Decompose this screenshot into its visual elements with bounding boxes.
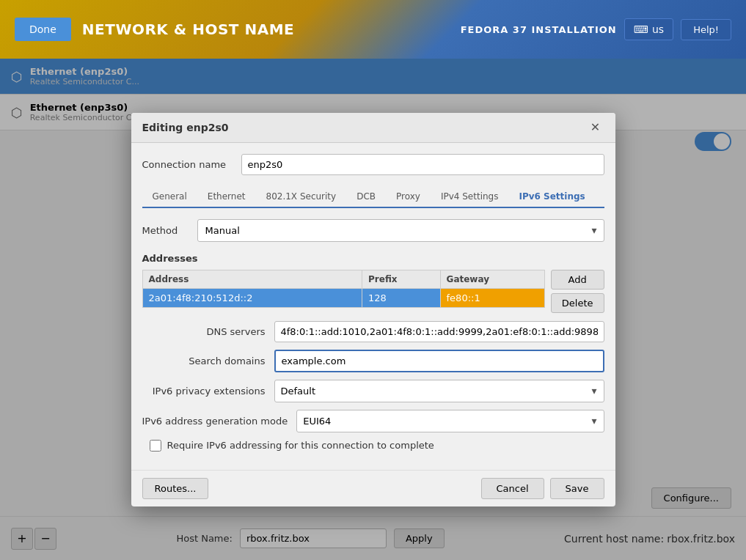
addresses-title: Addresses: [142, 253, 604, 264]
header-right: FEDORA 37 INSTALLATION ⌨ us Help!: [461, 18, 731, 40]
tab-bar: General Ethernet 802.1X Security DCB Pro…: [142, 186, 604, 208]
addr-gen-label: IPv6 address generation mode: [142, 416, 297, 427]
tab-dcb[interactable]: DCB: [346, 186, 386, 208]
table-row[interactable]: 2a01:4f8:210:512d::2 128 fe80::1: [142, 288, 544, 307]
ipv6-privacy-field: IPv6 privacy extensions Default Enabled …: [142, 380, 604, 402]
col-prefix: Prefix: [362, 270, 440, 288]
col-gateway: Gateway: [440, 270, 544, 288]
delete-address-button[interactable]: Delete: [551, 293, 604, 313]
modal-body: Connection name General Ethernet 802.1X …: [131, 143, 615, 470]
modal-title: Editing enp2s0: [142, 122, 229, 133]
connection-name-input[interactable]: [241, 154, 604, 175]
method-select[interactable]: Manual Automatic Link-Local Only Shared …: [197, 219, 604, 242]
cell-gateway: fe80::1: [440, 288, 544, 307]
done-button[interactable]: Done: [15, 18, 71, 41]
ipv6-privacy-select[interactable]: Default Enabled Enabled (prefer public) …: [274, 380, 604, 402]
cancel-button[interactable]: Cancel: [481, 478, 544, 499]
search-domains-field: Search domains: [142, 350, 604, 372]
tab-802-1x[interactable]: 802.1X Security: [256, 186, 347, 208]
addresses-row: Address Prefix Gateway 2a01:4f8:210:512d…: [142, 270, 604, 314]
save-button[interactable]: Save: [550, 478, 604, 499]
tab-proxy[interactable]: Proxy: [386, 186, 431, 208]
ipv6-privacy-select-wrapper: Default Enabled Enabled (prefer public) …: [274, 380, 604, 402]
method-label: Method: [142, 225, 186, 236]
addr-gen-field: IPv6 address generation mode EUI64 Stabl…: [142, 410, 604, 432]
help-button[interactable]: Help!: [681, 19, 731, 40]
routes-button[interactable]: Routes...: [142, 478, 209, 499]
require-ipv6-row: Require IPv6 addressing for this connect…: [142, 440, 604, 452]
tab-ethernet[interactable]: Ethernet: [197, 186, 256, 208]
add-address-button[interactable]: Add: [551, 270, 604, 290]
connection-name-row: Connection name: [142, 154, 604, 175]
require-ipv6-checkbox[interactable]: [150, 440, 161, 452]
page-title: NETWORK & HOST NAME: [82, 21, 294, 38]
col-address: Address: [142, 270, 362, 288]
search-domains-label: Search domains: [142, 355, 274, 366]
cell-address: 2a01:4f8:210:512d::2: [142, 288, 362, 307]
keyboard-lang-label: us: [652, 23, 664, 35]
dns-input[interactable]: [274, 321, 604, 342]
tab-ipv6[interactable]: IPv6 Settings: [508, 186, 595, 208]
fedora-install-label: FEDORA 37 INSTALLATION: [461, 24, 617, 35]
search-domains-input[interactable]: [274, 350, 604, 372]
ipv6-privacy-label: IPv6 privacy extensions: [142, 386, 274, 397]
modal-footer: Routes... Cancel Save: [131, 470, 615, 506]
header: Done NETWORK & HOST NAME FEDORA 37 INSTA…: [0, 0, 746, 59]
modal-close-button[interactable]: ✕: [587, 119, 604, 136]
modal-overlay: Editing enp2s0 ✕ Connection name General…: [0, 59, 746, 560]
require-ipv6-label: Require IPv6 addressing for this connect…: [167, 440, 434, 451]
dns-field: DNS servers: [142, 321, 604, 342]
keyboard-button[interactable]: ⌨ us: [624, 18, 673, 40]
method-row: Method Manual Automatic Link-Local Only …: [142, 219, 604, 242]
header-left: Done NETWORK & HOST NAME: [15, 18, 294, 41]
tab-ipv4[interactable]: IPv4 Settings: [431, 186, 509, 208]
dns-label: DNS servers: [142, 326, 274, 337]
keyboard-icon: ⌨: [634, 23, 648, 35]
addresses-table: Address Prefix Gateway 2a01:4f8:210:512d…: [142, 270, 545, 308]
edit-connection-modal: Editing enp2s0 ✕ Connection name General…: [131, 113, 615, 506]
main-content: ⬡ Ethernet (enp2s0) Realtek Semiconducto…: [0, 59, 746, 560]
addr-gen-select-wrapper: EUI64 Stable privacy: [296, 410, 604, 432]
cell-prefix: 128: [362, 288, 440, 307]
tab-general[interactable]: General: [142, 186, 197, 208]
modal-header: Editing enp2s0 ✕: [131, 113, 615, 143]
method-select-wrapper: Manual Automatic Link-Local Only Shared …: [197, 219, 604, 242]
addr-gen-select[interactable]: EUI64 Stable privacy: [296, 410, 604, 432]
address-actions: Add Delete: [551, 270, 604, 313]
connection-name-label: Connection name: [142, 159, 230, 170]
